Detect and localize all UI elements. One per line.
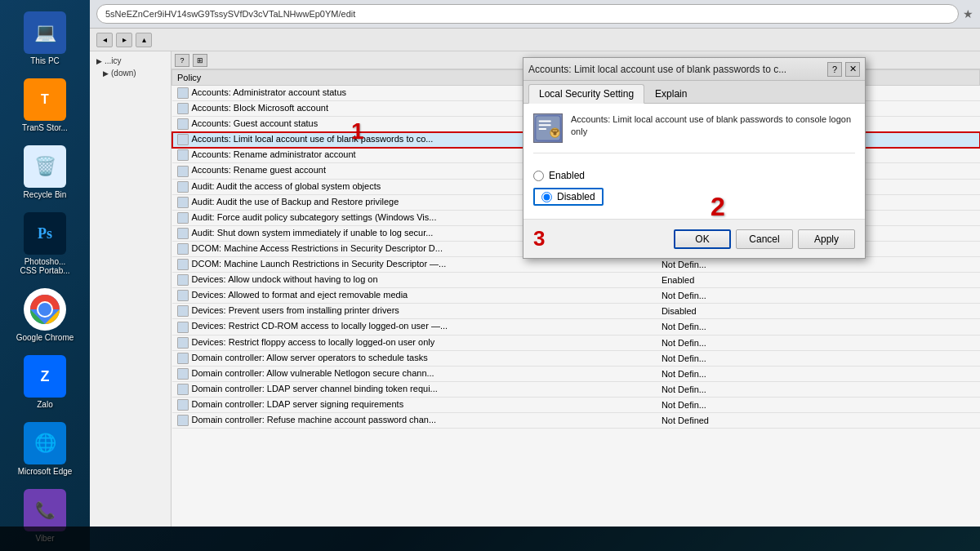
svg-rect-5	[539, 121, 551, 122]
radio-disabled[interactable]	[541, 192, 552, 202]
radio-enabled[interactable]	[533, 171, 544, 181]
step3-badge: 3	[533, 226, 545, 251]
accounts-dialog: Accounts: Limit local account use of bla…	[523, 57, 866, 259]
dialog-tabs: Local Security Setting Explain	[523, 81, 865, 104]
radio-option-enabled[interactable]: Enabled	[533, 170, 855, 181]
desktop: 💻 This PC T TranS Stor... 🗑️ Recycle Bin…	[0, 0, 980, 551]
dialog-description-area: Accounts: Limit local account use of bla…	[533, 113, 855, 153]
radio-disabled-label: Disabled	[557, 191, 595, 202]
dialog-description-text: Accounts: Limit local account use of bla…	[571, 113, 855, 143]
radio-option-disabled[interactable]: Disabled	[533, 188, 855, 206]
svg-rect-6	[539, 124, 551, 126]
dialog-icon-area	[533, 113, 563, 143]
dialog-title: Accounts: Limit local account use of bla…	[528, 64, 827, 75]
radio-group: Enabled Disabled	[533, 167, 855, 209]
tab-local-security-setting[interactable]: Local Security Setting	[528, 84, 644, 104]
footer-left: 3	[533, 226, 669, 251]
taskbar	[0, 527, 980, 551]
radio-disabled-box: Disabled	[533, 188, 604, 206]
dialog-body: Accounts: Limit local account use of bla…	[523, 104, 865, 219]
dialog-close-btn[interactable]: ✕	[845, 62, 860, 77]
dialog-help-btn[interactable]: ?	[827, 62, 842, 77]
step2-badge: 2	[710, 192, 725, 222]
cancel-button[interactable]: Cancel	[736, 229, 793, 249]
dialog-policy-icon	[533, 113, 563, 143]
svg-rect-7	[539, 128, 546, 130]
dialog-footer: 3 OK Cancel Apply	[523, 219, 865, 258]
tab-explain[interactable]: Explain	[644, 84, 697, 103]
dialog-overlay: Accounts: Limit local account use of bla…	[0, 0, 980, 551]
radio-enabled-label: Enabled	[549, 170, 585, 181]
dialog-title-buttons: ? ✕	[827, 62, 860, 77]
ok-button[interactable]: OK	[674, 229, 731, 249]
dialog-titlebar: Accounts: Limit local account use of bla…	[523, 58, 865, 81]
apply-button[interactable]: Apply	[798, 229, 855, 249]
